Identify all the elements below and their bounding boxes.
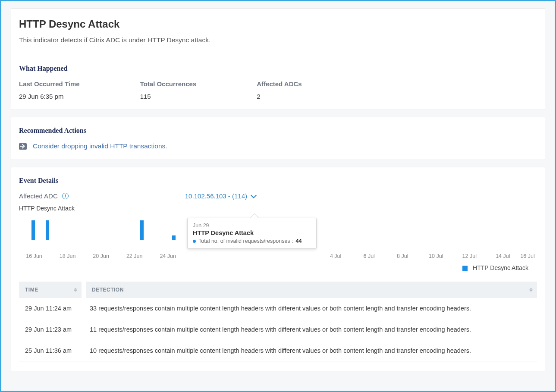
stat-value-affected: 2 <box>257 93 302 100</box>
event-details-heading: Event Details <box>19 177 537 185</box>
column-header-time[interactable]: TIME <box>19 282 84 298</box>
tooltip-arrow-icon <box>250 213 259 222</box>
page-title: HTTP Desync Attack <box>19 18 537 30</box>
x-tick: 18 Jun <box>60 253 76 259</box>
chevron-down-icon <box>251 192 257 198</box>
affected-adc-label: Affected ADC <box>19 192 58 200</box>
x-tick: 12 Jul <box>462 253 477 259</box>
cell-time: 29 Jun 11:23 am <box>19 319 84 340</box>
table-row[interactable]: 25 Jun 11:36 am 10 requests/responses co… <box>19 340 537 361</box>
x-tick: 4 Jul <box>330 253 341 259</box>
x-tick: 6 Jul <box>363 253 374 259</box>
stat-value-total: 115 <box>140 93 197 100</box>
chart-legend: HTTP Desync Attack <box>19 264 528 271</box>
cell-detection: 33 requests/responses contain multiple c… <box>84 298 537 319</box>
legend-swatch-icon <box>462 266 468 271</box>
cell-time: 25 Jun 11:36 am <box>19 340 84 361</box>
info-icon[interactable]: i <box>62 193 69 199</box>
x-axis: 16 Jun 18 Jun 20 Jun 22 Jun 24 Jun 4 Jul… <box>21 252 535 261</box>
events-table: TIME DETECTION 29 Jun 11:24 am 33 reques… <box>19 282 537 361</box>
x-tick: 16 Jul <box>520 253 534 259</box>
desync-chart[interactable]: Jun 29 HTTP Desync Attack Total no. of i… <box>21 214 535 240</box>
tooltip-value: 44 <box>296 238 302 244</box>
affected-adc-dropdown[interactable]: 10.102.56.103 - (114) <box>185 192 256 200</box>
chart-title: HTTP Desync Attack <box>19 205 537 212</box>
column-header-detection[interactable]: DETECTION <box>84 282 537 298</box>
cell-detection: 11 requests/responses contain multiple c… <box>84 319 537 340</box>
x-tick: 16 Jun <box>26 253 42 259</box>
event-details-card: Event Details Affected ADC i 10.102.56.1… <box>11 167 545 371</box>
tooltip-metric-row: Total no. of invalid requests/responses … <box>193 238 311 244</box>
x-tick: 20 Jun <box>93 253 109 259</box>
sort-icon[interactable] <box>529 288 533 292</box>
recommendation-row: Consider dropping invalid HTTP transacti… <box>19 142 537 150</box>
stat-affected-adcs: Affected ADCs 2 <box>257 80 302 100</box>
sort-icon[interactable] <box>74 288 77 292</box>
chart-tooltip: Jun 29 HTTP Desync Attack Total no. of i… <box>187 218 317 249</box>
what-happened-heading: What Happened <box>19 65 537 72</box>
stat-last-occurred: Last Occurred Time 29 Jun 6:35 pm <box>19 80 80 100</box>
stat-label-affected: Affected ADCs <box>257 80 302 88</box>
stat-label-last-occurred: Last Occurred Time <box>19 80 80 88</box>
x-tick: 8 Jul <box>397 253 408 259</box>
chart-bar[interactable] <box>172 235 176 240</box>
table-row[interactable]: 29 Jun 11:23 am 11 requests/responses co… <box>19 319 537 340</box>
x-tick: 22 Jun <box>126 253 143 259</box>
stat-total-occurrences: Total Occurrences 115 <box>140 80 197 100</box>
stats-row: Last Occurred Time 29 Jun 6:35 pm Total … <box>19 80 537 100</box>
page-frame: HTTP Desync Attack This indicator detect… <box>0 0 556 392</box>
arrow-right-box-icon <box>19 143 27 150</box>
recommendation-text: Consider dropping invalid HTTP transacti… <box>33 142 167 150</box>
cell-time: 29 Jun 11:24 am <box>19 298 84 319</box>
legend-label: HTTP Desync Attack <box>473 264 528 271</box>
x-tick: 14 Jul <box>496 253 510 259</box>
page-description: This indicator detects if Citrix ADC is … <box>19 36 537 44</box>
tooltip-title: HTTP Desync Attack <box>193 229 311 236</box>
header-card: HTTP Desync Attack This indicator detect… <box>11 8 545 110</box>
recommended-card: Recommended Actions Consider dropping in… <box>11 117 545 160</box>
table-row[interactable]: 29 Jun 11:24 am 33 requests/responses co… <box>19 298 537 319</box>
stat-label-total: Total Occurrences <box>140 80 197 88</box>
stat-value-last-occurred: 29 Jun 6:35 pm <box>19 93 80 100</box>
x-tick: 24 Jun <box>160 253 176 259</box>
x-tick: 10 Jul <box>429 253 443 259</box>
tooltip-date: Jun 29 <box>193 223 311 229</box>
cell-detection: 10 requests/responses contain multiple c… <box>84 340 537 361</box>
chart-bar[interactable] <box>31 220 35 240</box>
dropdown-value: 10.102.56.103 - (114) <box>185 192 247 200</box>
series-dot-icon <box>193 240 196 243</box>
chart-bar[interactable] <box>46 220 49 240</box>
affected-adc-row: Affected ADC i 10.102.56.103 - (114) <box>19 192 537 200</box>
tooltip-metric-label: Total no. of invalid requests/responses … <box>198 238 293 244</box>
recommended-heading: Recommended Actions <box>19 127 537 135</box>
chart-bar[interactable] <box>140 220 144 240</box>
